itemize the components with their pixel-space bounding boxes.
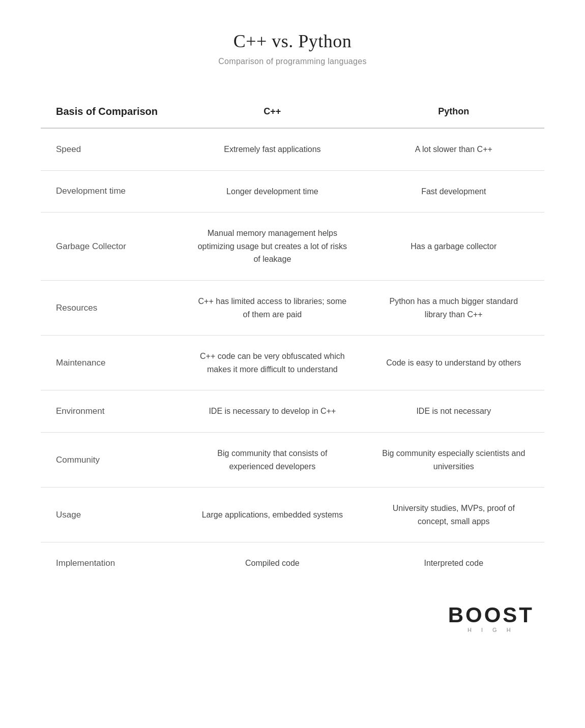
page-title: C++ vs. Python — [218, 31, 367, 52]
cpp-cell-4: C++ code can be very obfuscated which ma… — [182, 336, 363, 390]
cpp-cell-0: Extremely fast applications — [182, 128, 363, 170]
col-header-python: Python — [363, 92, 544, 128]
comparison-table: Basis of Comparison C++ Python SpeedExtr… — [41, 92, 544, 584]
cpp-cell-7: Large applications, embedded systems — [182, 488, 363, 542]
cpp-cell-6: Big community that consists of experienc… — [182, 432, 363, 487]
cpp-cell-2: Manual memory management helps optimizin… — [182, 213, 363, 281]
col-header-basis: Basis of Comparison — [41, 92, 182, 128]
cpp-cell-8: Compiled code — [182, 542, 363, 584]
basis-cell-5: Environment — [41, 390, 182, 433]
table-row: ResourcesC++ has limited access to libra… — [41, 280, 544, 335]
boost-logo: BOOST H I G H — [448, 604, 534, 633]
python-cell-5: IDE is not necessary — [363, 390, 544, 433]
python-cell-7: University studies, MVPs, proof of conce… — [363, 488, 544, 542]
table-header-row: Basis of Comparison C++ Python — [41, 92, 544, 128]
python-cell-2: Has a garbage collector — [363, 213, 544, 281]
table-row: Development timeLonger development timeF… — [41, 170, 544, 213]
table-row: CommunityBig community that consists of … — [41, 432, 544, 487]
footer: BOOST H I G H — [41, 604, 544, 633]
cpp-cell-5: IDE is necessary to develop in C++ — [182, 390, 363, 433]
basis-cell-0: Speed — [41, 128, 182, 170]
table-row: MaintenanceC++ code can be very obfuscat… — [41, 336, 544, 390]
basis-cell-4: Maintenance — [41, 336, 182, 390]
table-row: UsageLarge applications, embedded system… — [41, 488, 544, 542]
python-cell-0: A lot slower than C++ — [363, 128, 544, 170]
cpp-cell-1: Longer development time — [182, 170, 363, 213]
python-cell-4: Code is easy to understand by others — [363, 336, 544, 390]
table-row: SpeedExtremely fast applicationsA lot sl… — [41, 128, 544, 170]
table-row: Garbage CollectorManual memory managemen… — [41, 213, 544, 281]
basis-cell-1: Development time — [41, 170, 182, 213]
python-cell-1: Fast development — [363, 170, 544, 213]
python-cell-6: Big community especially scientists and … — [363, 432, 544, 487]
col-header-cpp: C++ — [182, 92, 363, 128]
basis-cell-6: Community — [41, 432, 182, 487]
boost-logo-main: BOOST — [448, 604, 534, 626]
python-cell-3: Python has a much bigger standard librar… — [363, 280, 544, 335]
basis-cell-3: Resources — [41, 280, 182, 335]
basis-cell-7: Usage — [41, 488, 182, 542]
page-header: C++ vs. Python Comparison of programming… — [218, 31, 367, 66]
boost-logo-sub: H I G H — [467, 627, 515, 633]
python-cell-8: Interpreted code — [363, 542, 544, 584]
table-body: SpeedExtremely fast applicationsA lot sl… — [41, 128, 544, 584]
cpp-cell-3: C++ has limited access to libraries; som… — [182, 280, 363, 335]
basis-cell-2: Garbage Collector — [41, 213, 182, 281]
table-row: EnvironmentIDE is necessary to develop i… — [41, 390, 544, 433]
basis-cell-8: Implementation — [41, 542, 182, 584]
page-subtitle: Comparison of programming languages — [218, 57, 367, 66]
table-row: ImplementationCompiled codeInterpreted c… — [41, 542, 544, 584]
